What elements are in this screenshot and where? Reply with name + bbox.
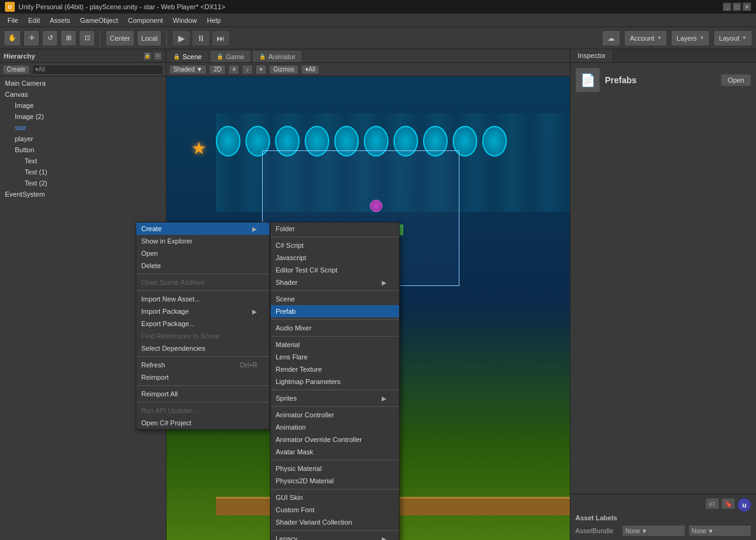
tool-rotate[interactable]: ↺ [42, 30, 58, 46]
ctx-open-csharp[interactable]: Open C# Project [136, 417, 269, 429]
hier-image[interactable]: Image [0, 100, 166, 111]
sub-avatar-mask[interactable]: Avatar Mask [271, 446, 399, 458]
sub-csharp-script[interactable]: C# Script [271, 239, 399, 252]
tag-icon[interactable]: 🔖 [721, 498, 735, 509]
ctx-export-package[interactable]: Export Package... [136, 317, 269, 330]
open-button[interactable]: Open [721, 74, 751, 86]
ctx-delete[interactable]: Delete [136, 260, 269, 272]
sub-lightmap-params[interactable]: Lightmap Parameters [271, 375, 399, 388]
menu-edit[interactable]: Edit [23, 15, 45, 25]
tab-scene[interactable]: 🔒 Scene [166, 50, 208, 62]
sub-legacy[interactable]: Legacy ▶ [271, 533, 399, 540]
context-menu-main: Create ▶ Show in Explorer Open Delete Op… [136, 222, 270, 430]
asset-bundle-dropdown-2[interactable]: None ▼ [689, 525, 752, 536]
menu-component[interactable]: Component [123, 15, 168, 25]
ctx-select-dependencies[interactable]: Select Dependencies [136, 342, 269, 354]
hierarchy-lock-icon[interactable]: 🔒 [143, 52, 152, 60]
sub-animation[interactable]: Animation [271, 421, 399, 433]
tab-animator[interactable]: 🔒 Animator [252, 50, 302, 62]
menu-gameobject[interactable]: GameObject [75, 15, 123, 25]
hier-main-camera[interactable]: Main Camera [0, 78, 166, 89]
ctx-import-pkg-arrow-icon: ▶ [252, 308, 257, 315]
account-dropdown[interactable]: Account ▼ [624, 30, 667, 46]
hierarchy-search[interactable]: ▾All [32, 65, 163, 75]
hier-text1-label: Text (1) [25, 168, 47, 176]
tool-rect[interactable]: ⊡ [79, 30, 95, 46]
menu-help[interactable]: Help [202, 15, 226, 25]
shading-dropdown[interactable]: Shaded ▼ [169, 65, 207, 75]
pivot-center-button[interactable]: Center [105, 30, 134, 46]
scene-light-icon[interactable]: ☀ [228, 65, 239, 75]
hierarchy-menu-icon[interactable]: ≡ [154, 52, 162, 60]
sub-audio-mixer[interactable]: Audio Mixer [271, 322, 399, 334]
hier-canvas[interactable]: Canvas [0, 89, 166, 100]
step-button[interactable]: ⏭ [212, 30, 230, 46]
hier-text2[interactable]: Text (2) [0, 178, 166, 189]
hier-text[interactable]: Text [0, 155, 166, 166]
maximize-button[interactable]: □ [733, 2, 741, 11]
layout-dropdown[interactable]: Layout ▼ [713, 30, 752, 46]
tool-scale[interactable]: ⊞ [60, 30, 76, 46]
2d-toggle[interactable]: 2D [209, 65, 226, 75]
sub-lens-flare[interactable]: Lens Flare [271, 351, 399, 363]
ctx-reimport[interactable]: Reimport [136, 371, 269, 383]
inspector-content: 📄 Prefabs Open [570, 63, 756, 494]
ctx-reimport-all[interactable]: Reimport All [136, 388, 269, 400]
2d-label: 2D [213, 66, 221, 73]
gizmos-dropdown[interactable]: Gizmos [269, 65, 298, 75]
sub-scene[interactable]: Scene [271, 293, 399, 305]
inspector-tab-label: Inspector [578, 52, 606, 59]
hier-star[interactable]: star [0, 122, 166, 133]
ctx-import-package[interactable]: Import Package ▶ [136, 305, 269, 317]
scene-audio-icon[interactable]: ♪ [242, 65, 253, 75]
hier-text1[interactable]: Text (1) [0, 166, 166, 178]
sub-shader[interactable]: Shader ▶ [271, 276, 399, 288]
hier-image2[interactable]: Image (2) [0, 111, 166, 122]
menu-window[interactable]: Window [168, 15, 202, 25]
hier-button[interactable]: Button [0, 144, 166, 155]
unity-circle-icon[interactable]: u [738, 498, 751, 512]
sub-editor-test[interactable]: Editor Test C# Script [271, 264, 399, 276]
sub-physics2d-material[interactable]: Physics2D Material [271, 475, 399, 487]
sub-animator-override[interactable]: Animator Override Controller [271, 433, 399, 446]
tool-hand[interactable]: ✋ [4, 30, 21, 46]
sub-animation-label: Animation [276, 423, 306, 431]
sub-render-texture[interactable]: Render Texture [271, 363, 399, 375]
sub-folder[interactable]: Folder [271, 223, 399, 235]
sub-animator-controller[interactable]: Animator Controller [271, 409, 399, 421]
tab-game[interactable]: 🔒 Game [210, 50, 251, 62]
menu-file[interactable]: File [2, 15, 23, 25]
sub-sprites[interactable]: Sprites ▶ [271, 392, 399, 404]
tool-move[interactable]: ✛ [23, 30, 39, 46]
sub-gui-skin[interactable]: GUI Skin [271, 491, 399, 504]
asset-bundle-dropdown-1[interactable]: None ▼ [622, 525, 685, 536]
pause-button[interactable]: ⏸ [192, 30, 210, 46]
gizmos-filter-dropdown[interactable]: ▾All [301, 65, 319, 75]
ctx-open[interactable]: Open [136, 247, 269, 260]
ctx-show-in-explorer[interactable]: Show in Explorer [136, 235, 269, 247]
ctx-create[interactable]: Create ▶ [136, 223, 269, 235]
sub-prefab[interactable]: Prefab [271, 305, 399, 317]
menu-assets[interactable]: Assets [45, 15, 75, 25]
cloud-button[interactable]: ☁ [602, 30, 620, 46]
scene-fx-icon[interactable]: ✦ [255, 65, 266, 75]
minimize-button[interactable]: _ [723, 2, 731, 11]
sub-material[interactable]: Material [271, 338, 399, 351]
ctx-import-new-asset[interactable]: Import New Asset... [136, 293, 269, 305]
tab-inspector[interactable]: Inspector [570, 49, 614, 62]
close-button[interactable]: ✕ [742, 2, 751, 11]
sub-legacy-label: Legacy [276, 535, 297, 540]
ctx-show-label: Show in Explorer [141, 237, 192, 245]
hier-player[interactable]: player [0, 133, 166, 144]
bookmark-icon[interactable]: 🏷 [705, 498, 719, 509]
ctx-refresh[interactable]: Refresh Ctrl+R [136, 359, 269, 371]
sub-custom-font[interactable]: Custom Font [271, 504, 399, 516]
sub-shader-variant[interactable]: Shader Variant Collection [271, 516, 399, 528]
sub-physic-material[interactable]: Physic Material [271, 462, 399, 475]
layers-dropdown[interactable]: Layers ▼ [671, 30, 710, 46]
sub-javascript[interactable]: Javascript [271, 252, 399, 264]
hier-eventsystem[interactable]: EventSystem [0, 189, 166, 200]
coord-local-button[interactable]: Local [137, 30, 162, 46]
play-button[interactable]: ▶ [172, 30, 191, 46]
hierarchy-create-button[interactable]: Create [2, 65, 30, 75]
